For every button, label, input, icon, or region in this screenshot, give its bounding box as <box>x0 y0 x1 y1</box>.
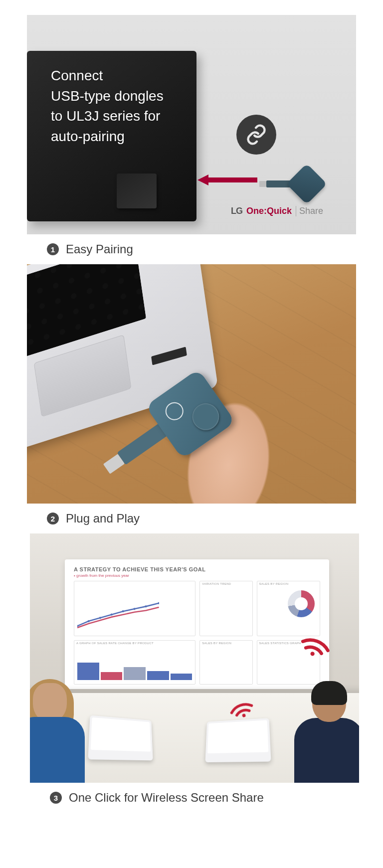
tv-back-graphic: Connect USB-type dongles to UL3J series … <box>27 51 196 221</box>
brand-one-quick-share: LG One:Quick Share <box>231 206 323 216</box>
caption-bar-3: 3 One Click for Wireless Screen Share <box>30 783 359 813</box>
brand-share-text: Share <box>296 206 323 216</box>
person-graphic <box>294 678 359 783</box>
laptop-small-graphic <box>88 715 153 761</box>
lg-logo-icon <box>162 399 187 424</box>
brand-onequick-text: One:Quick <box>246 206 292 216</box>
image-plug-and-play <box>27 264 356 504</box>
section-wireless-screen-share: A STRATEGY TO ACHIEVE THIS YEAR'S GOAL •… <box>30 533 359 813</box>
step-caption: Easy Pairing <box>66 242 133 256</box>
svg-marker-0 <box>197 174 257 185</box>
chart-variation-trend: VARIATION TREND <box>199 581 252 636</box>
step-number-badge: 3 <box>50 792 62 804</box>
chart-sales-region-bar: SALES BY REGION <box>199 640 252 685</box>
step-caption: Plug and Play <box>66 512 140 525</box>
svg-point-10 <box>310 651 315 657</box>
step-number-badge: 1 <box>47 243 59 255</box>
dongle-graphic <box>266 165 321 204</box>
svg-point-9 <box>242 713 246 718</box>
pie-icon <box>288 590 315 617</box>
svg-point-5 <box>122 610 124 612</box>
svg-point-6 <box>133 608 135 610</box>
step-number-badge: 2 <box>47 513 59 524</box>
svg-point-7 <box>145 605 147 607</box>
chart-rate-change: A GRAPH OF SALES RATE CHANGE BY PRODUCT <box>74 640 195 685</box>
tv-ports-graphic <box>117 174 157 208</box>
image-wireless-screen-share: A STRATEGY TO ACHIEVE THIS YEAR'S GOAL •… <box>30 533 359 783</box>
svg-point-3 <box>99 617 101 619</box>
section-easy-pairing: Connect USB-type dongles to UL3J series … <box>27 15 356 264</box>
arrow-left-icon <box>197 174 257 185</box>
section-plug-and-play: 2 Plug and Play <box>27 264 356 533</box>
caption-bar-1: 1 Easy Pairing <box>27 234 356 264</box>
dashboard-subtitle: • growth from the previous year <box>74 573 320 578</box>
svg-point-2 <box>88 620 90 622</box>
chart-line-main <box>74 581 195 636</box>
image-easy-pairing: Connect USB-type dongles to UL3J series … <box>27 15 356 234</box>
step-caption: One Click for Wireless Screen Share <box>69 791 264 805</box>
laptop-small-graphic <box>205 718 271 762</box>
svg-point-4 <box>111 613 113 615</box>
dongle-button-graphic <box>187 398 224 435</box>
brand-lg-text: LG <box>231 206 242 216</box>
person-graphic <box>30 678 85 783</box>
link-icon <box>236 115 276 155</box>
bar-group-icon <box>77 659 192 680</box>
dashboard-title: A STRATEGY TO ACHIEVE THIS YEAR'S GOAL <box>74 566 320 572</box>
overlay-text: Connect USB-type dongles to UL3J series … <box>51 66 164 147</box>
caption-bar-2: 2 Plug and Play <box>27 504 356 533</box>
presentation-screen-graphic: A STRATEGY TO ACHIEVE THIS YEAR'S GOAL •… <box>65 559 329 689</box>
